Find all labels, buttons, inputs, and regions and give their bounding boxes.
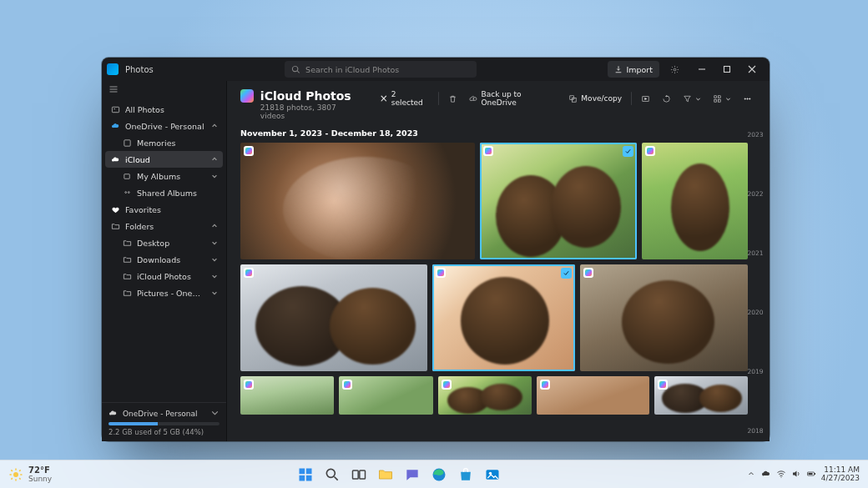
hamburger-button[interactable] bbox=[102, 81, 226, 99]
rotate-icon bbox=[662, 94, 671, 103]
sidebar-folder-icloud-photos[interactable]: iCloud Photos bbox=[105, 268, 223, 284]
svg-rect-14 bbox=[718, 99, 720, 102]
photos-icon bbox=[484, 466, 501, 483]
photo-thumb[interactable] bbox=[480, 143, 637, 259]
tray-onedrive[interactable] bbox=[761, 469, 771, 480]
icloud-photos-icon bbox=[240, 89, 254, 103]
photo-thumb[interactable] bbox=[339, 376, 432, 415]
taskbar-explorer[interactable] bbox=[374, 463, 397, 486]
page-title: iCloud Photos bbox=[260, 89, 362, 103]
backup-button[interactable]: Back up to OneDrive bbox=[465, 89, 562, 108]
sidebar-icloud[interactable]: iCloud bbox=[105, 151, 223, 168]
sidebar-folder-downloads[interactable]: Downloads bbox=[105, 251, 223, 268]
sidebar-folder-pictures-onedrive[interactable]: Pictures - OneDrive Personal bbox=[105, 284, 223, 301]
svg-point-29 bbox=[780, 476, 781, 477]
delete-button[interactable] bbox=[444, 89, 462, 108]
svg-point-0 bbox=[674, 68, 676, 71]
menu-icon bbox=[108, 84, 119, 94]
svg-rect-1 bbox=[724, 67, 730, 73]
svg-rect-24 bbox=[353, 470, 359, 479]
svg-point-3 bbox=[114, 108, 114, 108]
search-input[interactable]: Search in iCloud Photos bbox=[285, 61, 477, 78]
sidebar-memories[interactable]: Memories bbox=[105, 134, 223, 151]
photo-thumb[interactable] bbox=[240, 143, 475, 259]
sidebar-all-photos[interactable]: All Photos bbox=[105, 101, 223, 118]
source-badge-icon bbox=[244, 146, 254, 156]
filter-button[interactable] bbox=[679, 89, 705, 108]
view-button[interactable] bbox=[709, 89, 735, 108]
sidebar-onedrive[interactable]: OneDrive - Personal bbox=[105, 118, 223, 134]
album-icon bbox=[122, 171, 132, 181]
svg-point-17 bbox=[749, 98, 750, 98]
svg-rect-19 bbox=[300, 468, 305, 474]
photo-thumb[interactable] bbox=[654, 376, 748, 415]
taskbar-photos[interactable] bbox=[481, 463, 504, 486]
rotate-button[interactable] bbox=[658, 89, 675, 108]
svg-rect-5 bbox=[124, 174, 129, 179]
heart-icon bbox=[110, 204, 120, 214]
svg-point-7 bbox=[128, 191, 129, 193]
source-badge-icon bbox=[244, 268, 254, 278]
trash-icon bbox=[448, 94, 457, 103]
taskbar-search[interactable] bbox=[320, 463, 344, 486]
slideshow-button[interactable] bbox=[637, 89, 654, 108]
start-button[interactable] bbox=[294, 463, 317, 486]
source-badge-icon bbox=[583, 268, 593, 278]
taskbar-taskview[interactable] bbox=[347, 463, 371, 486]
movecopy-icon bbox=[568, 94, 578, 103]
photo-thumb[interactable] bbox=[642, 143, 748, 259]
chevron-up-icon bbox=[211, 122, 218, 131]
photo-thumb[interactable] bbox=[580, 264, 748, 371]
sidebar-folder-desktop[interactable]: Desktop bbox=[105, 234, 223, 251]
app-icon bbox=[107, 63, 119, 75]
photo-thumb[interactable] bbox=[537, 376, 649, 415]
storage-label: OneDrive - Personal bbox=[123, 410, 198, 418]
svg-rect-12 bbox=[718, 95, 720, 98]
year-scrubber[interactable]: 2023 2022 2021 2020 2019 2018 bbox=[746, 131, 765, 435]
svg-rect-4 bbox=[124, 139, 129, 145]
clear-selection-button[interactable]: × 2 selected bbox=[376, 89, 433, 108]
photo-thumb[interactable] bbox=[432, 264, 575, 371]
photo-thumb[interactable] bbox=[438, 376, 532, 415]
onedrive-icon bbox=[110, 121, 120, 131]
storage-panel[interactable]: OneDrive - Personal 2.2 GB used of 5 GB … bbox=[102, 402, 226, 441]
sidebar-my-albums[interactable]: My Albums bbox=[105, 168, 223, 184]
sidebar-shared-albums[interactable]: Shared Albums bbox=[105, 184, 223, 201]
taskbar-chat[interactable] bbox=[401, 463, 424, 486]
store-icon bbox=[457, 466, 474, 483]
svg-rect-32 bbox=[808, 473, 812, 475]
tray-volume[interactable] bbox=[791, 469, 801, 480]
taskbar-store[interactable] bbox=[454, 463, 477, 486]
more-button[interactable] bbox=[739, 89, 756, 108]
source-badge-icon bbox=[244, 380, 254, 390]
clock[interactable]: 11:11 AM 4/27/2023 bbox=[821, 466, 860, 483]
page-counts: 21818 photos, 3807 videos bbox=[260, 103, 362, 120]
minimize-button[interactable] bbox=[689, 59, 714, 79]
taskview-icon bbox=[351, 466, 367, 483]
photos-app-window: Photos Search in iCloud Photos Import bbox=[102, 58, 770, 441]
movecopy-button[interactable]: Move/copy bbox=[564, 89, 626, 108]
source-badge-icon bbox=[436, 268, 446, 278]
sidebar-folders[interactable]: Folders bbox=[105, 218, 223, 234]
tray-chevron[interactable] bbox=[746, 469, 756, 480]
svg-rect-11 bbox=[714, 95, 717, 98]
windows-icon bbox=[297, 466, 314, 483]
photo-thumb[interactable] bbox=[240, 376, 334, 415]
maximize-button[interactable] bbox=[714, 59, 739, 79]
taskbar-edge[interactable] bbox=[427, 463, 451, 486]
tray-battery[interactable] bbox=[806, 469, 816, 480]
weather-widget[interactable]: 72°F Sunny bbox=[8, 465, 52, 483]
import-button[interactable]: Import bbox=[608, 61, 659, 78]
app-title: Photos bbox=[125, 65, 154, 74]
chevron-up-icon bbox=[211, 155, 218, 164]
source-badge-icon bbox=[645, 146, 655, 156]
source-badge-icon bbox=[442, 380, 452, 390]
svg-rect-9 bbox=[573, 98, 577, 102]
folder-icon bbox=[122, 238, 132, 248]
settings-button[interactable] bbox=[666, 61, 683, 78]
photo-thumb[interactable] bbox=[240, 264, 427, 371]
gear-icon bbox=[670, 65, 679, 74]
tray-wifi[interactable] bbox=[776, 469, 786, 480]
close-button[interactable] bbox=[739, 59, 765, 79]
sidebar-favorites[interactable]: Favorites bbox=[105, 201, 223, 218]
